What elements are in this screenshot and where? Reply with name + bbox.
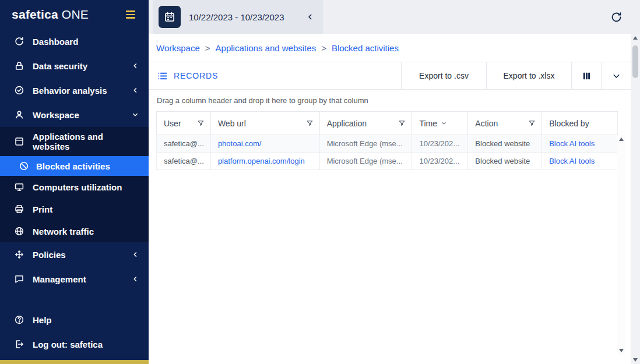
export-csv-button[interactable]: Export to .csv: [401, 62, 486, 89]
filter-icon[interactable]: [398, 119, 406, 127]
column-header-time[interactable]: Time: [412, 112, 468, 135]
sidebar-item-label: Print: [33, 204, 52, 214]
sidebar: safetica ONE Dashboard Data security: [0, 0, 149, 364]
table-scrollbar[interactable]: [617, 135, 625, 355]
web-url-link[interactable]: platform.openai.com/login: [211, 153, 320, 169]
sidebar-item-label: Log out: safetica: [33, 340, 103, 349]
sidebar-item-dashboard[interactable]: Dashboard: [0, 29, 149, 54]
column-header-application[interactable]: Application: [320, 112, 413, 135]
column-header-user[interactable]: User: [157, 112, 211, 135]
collapse-panel-button[interactable]: [601, 62, 631, 89]
app-window-icon: [14, 136, 24, 147]
date-range-picker[interactable]: 10/22/2023 - 10/23/2023: [153, 0, 323, 34]
records-label: RECORDS: [174, 71, 218, 80]
scrollbar-thumb[interactable]: [632, 45, 638, 78]
sidebar-item-behavior-analysis[interactable]: Behavior analysis: [0, 78, 149, 103]
filter-icon[interactable]: [197, 119, 205, 127]
records-list-icon: [157, 70, 168, 82]
table-empty-area: [149, 170, 631, 364]
breadcrumb-applications-and-websites[interactable]: Applications and websites: [216, 43, 317, 53]
calendar-button[interactable]: [159, 6, 181, 28]
sidebar-item-data-security[interactable]: Data security: [0, 54, 149, 78]
main-area: 10/22/2023 - 10/23/2023 Workspace > Appl…: [149, 0, 640, 364]
column-label: Blocked by: [549, 119, 611, 128]
cell-action: Blocked website: [468, 135, 542, 152]
chevron-left-icon[interactable]: [131, 62, 139, 70]
brand-light: ONE: [58, 8, 89, 21]
brand-bold: safetica: [12, 8, 58, 21]
export-xlsx-button[interactable]: Export to .xlsx: [486, 62, 571, 89]
breadcrumb-separator: >: [321, 43, 326, 53]
person-icon: [14, 109, 24, 120]
sidebar-item-label: Help: [33, 315, 52, 325]
sidebar-header: safetica ONE: [0, 0, 149, 29]
cell-application: Microsoft Edge (mse...: [320, 135, 413, 152]
column-label: Web url: [218, 119, 303, 128]
breadcrumb-workspace[interactable]: Workspace: [156, 43, 200, 53]
chevron-left-icon[interactable]: [305, 12, 315, 22]
scroll-down-icon[interactable]: [633, 358, 638, 362]
records-table: User Web url Application Time: [156, 111, 618, 170]
chevron-left-icon[interactable]: [131, 250, 139, 259]
dashboard-icon: [14, 36, 24, 47]
chevron-left-icon[interactable]: [131, 86, 139, 94]
globe-icon: [14, 226, 24, 236]
sidebar-item-management[interactable]: Management: [0, 267, 149, 291]
sidebar-item-blocked-activities[interactable]: Blocked activities: [0, 156, 149, 176]
filter-icon[interactable]: [528, 119, 536, 127]
chevron-left-icon[interactable]: [131, 275, 139, 283]
printer-icon: [14, 204, 24, 214]
move-arrows-icon: [14, 249, 24, 260]
cell-action: Blocked website: [468, 153, 542, 169]
column-header-action[interactable]: Action: [468, 112, 542, 135]
column-label: Application: [327, 119, 395, 128]
sidebar-item-workspace[interactable]: Workspace: [0, 103, 149, 127]
column-label: User: [164, 119, 194, 128]
blocked-icon: [19, 161, 29, 171]
sidebar-item-print[interactable]: Print: [0, 198, 149, 220]
menu-toggle-icon[interactable]: [124, 9, 137, 20]
brand-logo: safetica ONE: [12, 8, 89, 22]
chevron-down-icon[interactable]: [131, 111, 139, 119]
filter-icon[interactable]: [306, 119, 314, 127]
column-chooser-button[interactable]: [571, 62, 601, 89]
column-label: Action: [475, 119, 525, 128]
sidebar-nav: Dashboard Data security Behavior analysi…: [0, 29, 149, 356]
sidebar-item-label: Policies: [33, 250, 66, 260]
scroll-up-icon[interactable]: [619, 137, 624, 141]
table-row[interactable]: safetica@... platform.openai.com/login M…: [156, 153, 618, 170]
content-panel: Workspace > Applications and websites > …: [149, 34, 631, 364]
sidebar-item-applications-and-websites[interactable]: Applications and websites: [0, 127, 149, 156]
toolbar-actions: Export to .csv Export to .xlsx: [401, 62, 631, 89]
table-header-row: User Web url Application Time: [156, 111, 618, 135]
refresh-icon[interactable]: [610, 11, 623, 23]
web-url-link[interactable]: photoai.com/: [211, 135, 320, 152]
blocked-by-link[interactable]: Block AI tools: [542, 135, 618, 152]
workspace-submenu: Applications and websites Blocked activi…: [0, 127, 149, 242]
blocked-by-link[interactable]: Block AI tools: [542, 153, 618, 169]
columns-icon: [582, 71, 592, 81]
check-circle-icon: [14, 85, 24, 96]
sidebar-item-label: Dashboard: [33, 37, 78, 47]
column-header-blocked-by[interactable]: Blocked by: [542, 112, 618, 135]
topbar: 10/22/2023 - 10/23/2023: [149, 0, 640, 34]
sidebar-item-policies[interactable]: Policies: [0, 242, 149, 267]
sidebar-item-computers-utilization[interactable]: Computers utilization: [0, 176, 149, 198]
sidebar-item-network-traffic[interactable]: Network traffic: [0, 220, 149, 242]
page-scrollbar[interactable]: [631, 34, 640, 364]
sidebar-item-logout[interactable]: Log out: safetica: [0, 332, 149, 356]
records-toolbar: RECORDS Export to .csv Export to .xlsx: [149, 62, 631, 90]
sidebar-item-label: Data security: [33, 61, 87, 71]
cell-user: safetica@...: [157, 135, 211, 152]
breadcrumb-blocked-activities[interactable]: Blocked activities: [332, 43, 399, 53]
cell-time: 10/23/202...: [412, 153, 468, 169]
scroll-up-icon[interactable]: [633, 36, 638, 40]
nav-spacer: [0, 291, 149, 308]
table-row[interactable]: safetica@... photoai.com/ Microsoft Edge…: [156, 135, 618, 153]
date-range-text: 10/22/2023 - 10/23/2023: [189, 12, 284, 22]
group-by-drop-zone[interactable]: Drag a column header and drop it here to…: [149, 90, 631, 111]
scroll-down-icon[interactable]: [619, 349, 624, 352]
sidebar-item-help[interactable]: Help: [0, 308, 149, 332]
sidebar-item-label: Behavior analysis: [33, 86, 107, 96]
column-header-web-url[interactable]: Web url: [211, 112, 320, 135]
